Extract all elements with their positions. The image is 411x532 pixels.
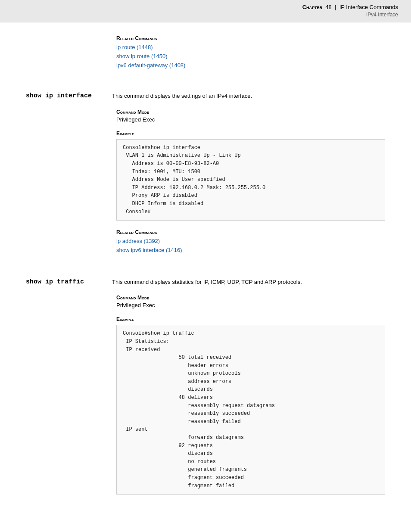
chapter-label: Chapter 48 | IP Interface Commands [302, 3, 398, 11]
show-ip-interface-related-title: Related Commands [116, 229, 385, 235]
page-header: Chapter 48 | IP Interface Commands IPv4 … [0, 0, 411, 22]
show-ip-interface-mode-label: Command Mode [116, 109, 385, 115]
show-ip-traffic-row: show ip traffic This command displays st… [26, 278, 385, 286]
header-title: IP Interface Commands [339, 4, 398, 10]
show-ip-traffic-example-code: Console#show ip traffic IP Statistics: I… [116, 325, 385, 495]
first-related-link-3[interactable]: ipv6 default-gateway (1408) [116, 61, 385, 70]
show-ip-interface-related-link-1[interactable]: ip address (1392) [116, 237, 385, 246]
divider-1 [26, 83, 385, 83]
page-content: Related Commands ip route (1448) show ip… [0, 22, 411, 526]
header-right: Chapter 48 | IP Interface Commands IPv4 … [302, 3, 398, 19]
first-related-link-2[interactable]: show ip route (1450) [116, 52, 385, 61]
show-ip-interface-section: show ip interface This command displays … [26, 92, 385, 255]
show-ip-interface-example-label: Example [116, 131, 385, 137]
first-related-title: Related Commands [116, 35, 385, 41]
show-ip-traffic-example-label: Example [116, 316, 385, 322]
pipe: | [335, 4, 336, 10]
header-subtitle: IPv4 Interface [302, 11, 398, 19]
chapter-word: Chapter [302, 4, 322, 10]
first-related-link-1[interactable]: ip route (1448) [116, 43, 385, 52]
show-ip-traffic-mode-label: Command Mode [116, 295, 385, 301]
show-ip-traffic-section: show ip traffic This command displays st… [26, 278, 385, 495]
show-ip-interface-row: show ip interface This command displays … [26, 92, 385, 100]
show-ip-interface-related: Related Commands ip address (1392) show … [116, 229, 385, 255]
show-ip-traffic-command: show ip traffic [26, 278, 112, 286]
show-ip-interface-mode-value: Privileged Exec [116, 116, 385, 123]
show-ip-interface-command: show ip interface [26, 92, 112, 100]
show-ip-interface-details: Command Mode Privileged Exec Example Con… [26, 109, 385, 255]
show-ip-interface-example-code: Console#show ip interface VLAN 1 is Admi… [116, 139, 385, 221]
divider-2 [26, 269, 385, 269]
show-ip-interface-related-link-2[interactable]: show ipv6 interface (1416) [116, 246, 385, 255]
show-ip-traffic-description: This command displays statistics for IP,… [112, 278, 302, 286]
chapter-number: 48 [325, 4, 331, 10]
first-related-commands: Related Commands ip route (1448) show ip… [26, 35, 385, 70]
show-ip-traffic-mode-value: Privileged Exec [116, 302, 385, 308]
show-ip-interface-description: This command displays the settings of an… [112, 92, 252, 100]
show-ip-traffic-details: Command Mode Privileged Exec Example Con… [26, 295, 385, 495]
